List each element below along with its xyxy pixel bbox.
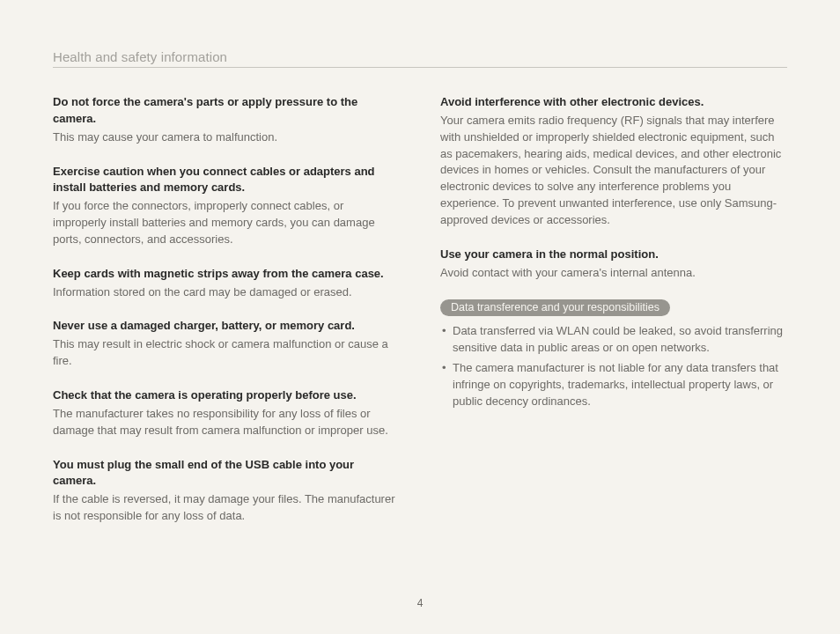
document-page: Health and safety information Do not for… (0, 0, 840, 634)
section-do-not-force: Do not force the camera's parts or apply… (53, 94, 400, 146)
bullet-list: Data transferred via WLAN could be leake… (440, 323, 787, 409)
section-heading: Avoid interference with other electronic… (440, 94, 787, 111)
section-body: Information stored on the card may be da… (53, 284, 400, 301)
section-avoid-interference: Avoid interference with other electronic… (440, 94, 787, 229)
section-normal-position: Use your camera in the normal position. … (440, 247, 787, 282)
section-heading: Exercise caution when you connect cables… (53, 164, 400, 197)
section-body: If the cable is reversed, it may damage … (53, 491, 400, 525)
section-check-operating: Check that the camera is operating prope… (53, 387, 400, 439)
section-body: This may result in electric shock or cam… (53, 336, 400, 370)
section-body: This may cause your camera to malfunctio… (53, 129, 400, 146)
section-body: If you force the connectors, improperly … (53, 198, 400, 248)
section-body: The manufacturer takes no responsibility… (53, 406, 400, 439)
page-header: Health and safety information (53, 49, 787, 64)
bullet-item: Data transferred via WLAN could be leake… (440, 323, 787, 357)
left-column: Do not force the camera's parts or apply… (53, 94, 400, 542)
section-heading: Never use a damaged charger, battery, or… (53, 318, 400, 335)
section-heading: Keep cards with magnetic strips away fro… (53, 266, 400, 283)
section-heading: Use your camera in the normal position. (440, 247, 787, 263)
section-heading: Do not force the camera's parts or apply… (53, 94, 400, 128)
section-damaged-charger: Never use a damaged charger, battery, or… (53, 318, 400, 370)
content-columns: Do not force the camera's parts or apply… (53, 94, 787, 542)
section-heading: Check that the camera is operating prope… (53, 387, 400, 404)
section-body: Avoid contact with your camera's interna… (440, 265, 787, 282)
bullet-item: The camera manufacturer is not liable fo… (440, 360, 787, 410)
section-body: Your camera emits radio frequency (RF) s… (440, 113, 787, 229)
section-data-transference: Data transference and your responsibilit… (440, 299, 787, 409)
tag-heading: Data transference and your responsibilit… (440, 299, 670, 316)
section-heading: You must plug the small end of the USB c… (53, 457, 400, 490)
page-number: 4 (0, 597, 840, 609)
section-usb-cable: You must plug the small end of the USB c… (53, 457, 400, 525)
right-column: Avoid interference with other electronic… (440, 94, 787, 542)
header-rule (53, 67, 787, 68)
section-magnetic-strips: Keep cards with magnetic strips away fro… (53, 266, 400, 301)
section-exercise-caution: Exercise caution when you connect cables… (53, 164, 400, 248)
